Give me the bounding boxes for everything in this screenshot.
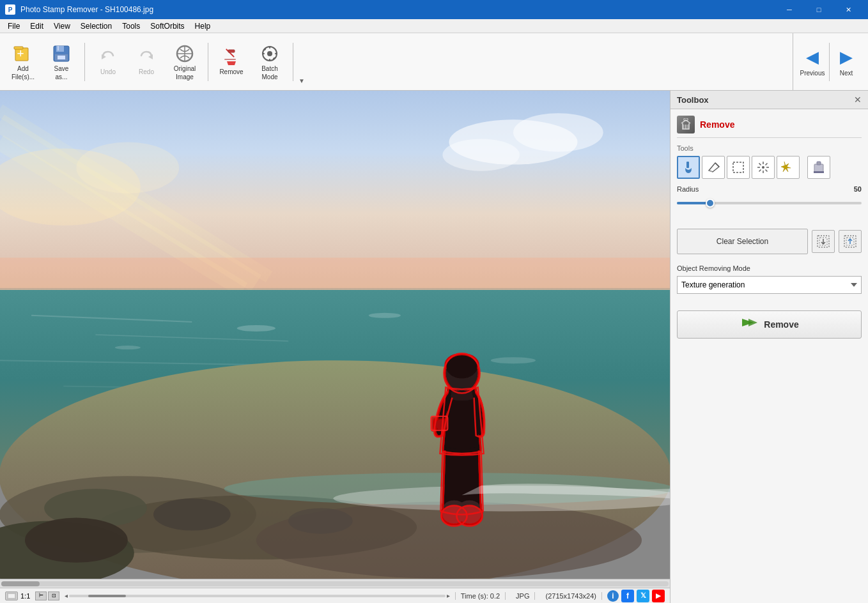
svg-rect-71 [8, 594, 15, 598]
spacer3 [670, 294, 868, 304]
original-image-label: Original [174, 65, 196, 72]
svg-rect-8 [58, 56, 65, 59]
eraser-tool-button[interactable] [702, 156, 725, 179]
menu-file[interactable]: File [3, 20, 25, 32]
main-content: 1:1 ⊢ ⊡ ◂ ▸ Time (s): 0.2 JPG (2715x1743… [0, 91, 868, 603]
undo-button[interactable]: Undo [90, 37, 126, 87]
object-mode-dropdown[interactable]: Texture generation Smart Fill Blur [677, 276, 862, 294]
remove-button-section: Remove [670, 304, 868, 345]
original-image-button[interactable]: Original Image [167, 37, 203, 87]
action-buttons-row: Clear Selection [670, 229, 868, 254]
slider-thumb[interactable] [706, 199, 715, 208]
minimize-button[interactable]: ─ [775, 0, 804, 19]
remove-button-toolbar[interactable]: Remove [213, 37, 249, 87]
status-format: JPG [511, 592, 535, 600]
radius-slider[interactable] [677, 197, 862, 210]
svg-point-56 [446, 355, 477, 378]
menu-view[interactable]: View [49, 20, 75, 32]
next-button[interactable]: ▶ Next [830, 35, 863, 89]
svg-point-51 [153, 498, 231, 530]
svg-point-42 [237, 325, 275, 332]
svg-point-18 [267, 51, 272, 56]
svg-rect-90 [814, 171, 824, 173]
zoom-icon [5, 592, 18, 600]
rect-select-tool-button[interactable] [727, 156, 750, 179]
stamp-tool-button[interactable] [807, 156, 830, 179]
scroll-right-icon[interactable]: ▸ [447, 592, 450, 599]
scroll-left-icon[interactable]: ◂ [65, 592, 68, 599]
scrollbar-track[interactable] [1, 581, 669, 586]
add-files-button[interactable]: Add File(s)... [5, 37, 41, 87]
svg-point-87 [762, 166, 764, 169]
image-area[interactable] [0, 91, 670, 579]
slider-track [677, 202, 862, 204]
toolbar-separator-3 [293, 43, 293, 81]
zoom-value: 1:1 [20, 592, 30, 600]
scroll-track[interactable] [69, 595, 445, 597]
youtube-icon[interactable]: ▶ [652, 590, 665, 602]
radius-value: 50 [854, 185, 862, 193]
scrollbar-thumb[interactable] [1, 581, 40, 586]
original-image-label2: Image [176, 73, 194, 80]
radius-header: Radius 50 [677, 185, 862, 193]
svg-rect-21 [262, 53, 265, 54]
magic-wand-tool-button[interactable] [752, 156, 775, 179]
batch-mode-button[interactable]: Batch Mode [252, 37, 288, 87]
image-canvas[interactable] [0, 91, 670, 579]
menu-softorbits[interactable]: SoftOrbits [145, 20, 189, 32]
clear-selection-button[interactable]: Clear Selection [677, 229, 808, 254]
menu-tools[interactable]: Tools [117, 20, 145, 32]
svg-point-44 [369, 313, 401, 318]
previous-icon: ◀ [806, 47, 819, 67]
save-icon [51, 43, 72, 64]
scroll-area: ◂ ▸ [65, 592, 449, 599]
fit-width-icon[interactable]: ⊢ [35, 592, 47, 600]
toolbar-separator-2 [208, 43, 208, 81]
brush-tool-button[interactable] [677, 156, 700, 179]
svg-line-85 [766, 164, 768, 165]
menu-selection[interactable]: Selection [75, 20, 117, 32]
load-selection-button[interactable] [839, 230, 862, 253]
object-removing-mode-section: Object Removing Mode Texture generation … [670, 264, 868, 294]
toolbox-close-button[interactable]: ✕ [854, 95, 862, 105]
save-as-button[interactable]: Save as... [43, 37, 79, 87]
horizontal-scrollbar[interactable] [0, 579, 670, 588]
menu-help[interactable]: Help [190, 20, 216, 32]
remove-button-label: Remove [764, 319, 798, 330]
svg-line-84 [766, 170, 768, 172]
app-icon: P [5, 4, 15, 15]
info-icon[interactable]: i [607, 590, 619, 602]
svg-point-69 [25, 518, 128, 563]
maximize-button[interactable]: □ [804, 0, 833, 19]
toolbar-separator-1 [84, 43, 85, 81]
remove-header: Remove [677, 116, 862, 138]
redo-button[interactable]: Redo [128, 37, 164, 87]
scroll-thumb[interactable] [88, 595, 126, 597]
menu-edit[interactable]: Edit [25, 20, 49, 32]
status-bar: 1:1 ⊢ ⊡ ◂ ▸ Time (s): 0.2 JPG (2715x1743… [0, 588, 670, 603]
close-button[interactable]: ✕ [833, 0, 863, 19]
status-time: Time (s): 0.2 [455, 592, 506, 600]
twitter-icon[interactable]: 𝕏 [637, 590, 649, 602]
previous-button[interactable]: ◀ Previous [796, 35, 829, 89]
svg-rect-89 [817, 162, 821, 165]
facebook-icon[interactable]: f [621, 590, 634, 602]
spacer [670, 216, 868, 229]
next-label: Next [840, 70, 853, 77]
tools-row [677, 156, 862, 179]
status-image-info: (2715x1743x24) [540, 592, 602, 600]
select-tool-button[interactable] [777, 156, 800, 179]
save-as-label: Save [54, 65, 69, 72]
radius-section: Radius 50 [677, 185, 862, 210]
svg-rect-5 [56, 46, 64, 52]
undo-icon [98, 47, 118, 67]
fit-page-icon[interactable]: ⊡ [48, 592, 59, 600]
svg-rect-16 [228, 50, 235, 52]
remove-arrow-icon [740, 314, 757, 335]
menu-bar: File Edit View Selection Tools SoftOrbit… [0, 19, 868, 33]
add-files-label: Add [17, 65, 29, 72]
save-selection-button[interactable] [812, 230, 835, 253]
window-title: Photo Stamp Remover - SH100486.jpg [20, 5, 770, 14]
remove-action-button[interactable]: Remove [677, 310, 862, 339]
status-zoom-area: 1:1 [5, 592, 30, 600]
